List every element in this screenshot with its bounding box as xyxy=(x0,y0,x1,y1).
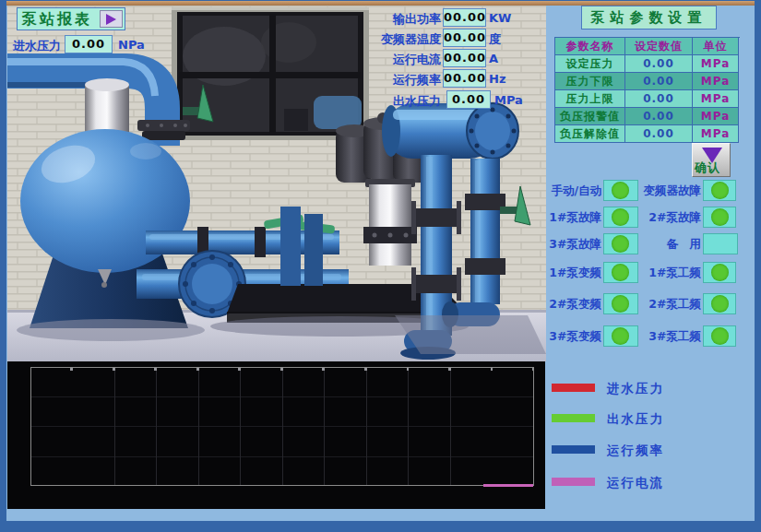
confirm-button[interactable]: 确认 xyxy=(692,143,731,177)
indicator-label: 1#泵故障 xyxy=(541,207,601,228)
indicator-label: 2#泵工频 xyxy=(635,293,701,314)
indicator-led-box xyxy=(603,293,638,314)
indicator-label: 3#泵变频 xyxy=(541,325,601,347)
legend-swatch-inlet-pressure xyxy=(552,384,595,392)
param-unit: MPa xyxy=(693,55,739,73)
led-green xyxy=(612,182,629,199)
indicator-led-box xyxy=(703,180,736,201)
report-nav-button[interactable] xyxy=(100,10,123,28)
led-green xyxy=(711,208,729,226)
param-unit: MPa xyxy=(693,90,739,108)
legend-swatch-outlet-pressure xyxy=(552,414,595,422)
settings-row: 负压报警值 0.00 MPa xyxy=(555,108,740,125)
settings-row: 设定压力 0.00 MPa xyxy=(555,55,740,73)
settings-row: 压力下限 0.00 MPa xyxy=(555,73,740,90)
readout-label: 变频器温度 xyxy=(351,31,441,48)
indicator-led-box xyxy=(603,207,638,228)
led-green xyxy=(711,327,729,345)
param-name: 负压报警值 xyxy=(555,108,625,125)
indicator-label: 2#泵变频 xyxy=(541,293,601,314)
param-value[interactable]: 0.00 xyxy=(625,90,693,108)
indicator-label: 1#泵工频 xyxy=(635,262,701,283)
param-name: 负压解除值 xyxy=(555,125,625,143)
indicator-led-box xyxy=(703,325,736,347)
indicator-led-box xyxy=(703,207,736,228)
param-value[interactable]: 0.00 xyxy=(625,108,693,125)
settings-table: 参数名称 设定数值 单位 设定压力 0.00 MPa 压力下限 0.00 MPa… xyxy=(554,37,740,143)
indicator-label: 2#泵故障 xyxy=(635,207,701,228)
outlet-pressure-value: 0.00 xyxy=(446,90,491,109)
top-bevel-strip xyxy=(6,1,755,6)
readout-value: 00.00 xyxy=(443,49,486,67)
param-value[interactable]: 0.00 xyxy=(625,73,693,90)
readout-unit: Hz xyxy=(489,72,505,86)
settings-table-header-row: 参数名称 设定数值 单位 xyxy=(555,38,740,55)
param-unit: MPa xyxy=(693,73,739,90)
outlet-pressure-label: 出水压力 xyxy=(351,93,441,110)
param-name: 设定压力 xyxy=(555,55,625,73)
play-arrow-icon xyxy=(106,14,116,25)
indicator-label: 手动/自动 xyxy=(541,180,601,201)
col-header: 单位 xyxy=(693,38,739,55)
inlet-pressure-unit: NPa xyxy=(118,38,145,52)
legend-swatch-running-frequency xyxy=(552,445,595,454)
indicator-led-box xyxy=(603,180,638,201)
led-green xyxy=(711,182,729,199)
legend-label: 出水压力 xyxy=(607,411,664,428)
confirm-button-label: 确认 xyxy=(695,160,720,176)
led-green xyxy=(612,295,629,313)
indicator-label: 3#泵故障 xyxy=(541,233,601,254)
param-value[interactable]: 0.00 xyxy=(625,55,693,73)
settings-panel-title: 泵站参数设置 xyxy=(581,6,717,30)
indicator-label: 备 用 xyxy=(635,233,701,254)
window xyxy=(172,7,369,140)
col-header: 设定数值 xyxy=(625,38,693,55)
led-green xyxy=(711,264,729,281)
param-unit: MPa xyxy=(693,108,739,125)
readout-label: 运行电流 xyxy=(351,52,441,68)
trend-chart-plot-area xyxy=(30,367,534,486)
frame-right xyxy=(755,0,761,532)
readout-value: 00.00 xyxy=(443,8,486,27)
indicator-led-box xyxy=(603,262,638,283)
readout-value: 00.00 xyxy=(443,69,486,88)
readout-unit: KW xyxy=(489,11,511,25)
outlet-pressure-unit: MPa xyxy=(494,93,523,107)
indicator-label: 1#泵变频 xyxy=(541,262,601,283)
indicator-label: 3#泵工频 xyxy=(635,325,701,347)
led-green xyxy=(612,264,629,281)
led-green xyxy=(612,208,629,226)
indicator-led-box xyxy=(703,262,736,283)
param-value[interactable]: 0.00 xyxy=(625,125,693,143)
readout-value: 00.00 xyxy=(443,29,486,47)
legend-label: 运行频率 xyxy=(607,443,664,459)
hmi-screen: 泵站报表 进水压力 0.00 NPa 输出功率 00.00 KW 变频器温度 0… xyxy=(0,0,761,532)
legend-label: 运行电流 xyxy=(607,475,664,491)
param-name: 压力上限 xyxy=(555,90,625,108)
col-header: 参数名称 xyxy=(555,38,625,55)
param-name: 压力下限 xyxy=(555,73,625,90)
led-green xyxy=(711,295,729,313)
param-unit: MPa xyxy=(693,125,739,143)
trend-chart xyxy=(7,361,545,509)
indicator-label: 变频器故障 xyxy=(635,180,701,201)
inlet-pressure-value: 0.00 xyxy=(65,35,113,53)
frame-left xyxy=(0,0,6,532)
readout-unit: 度 xyxy=(489,31,501,48)
discharge-header xyxy=(382,103,518,159)
led-green xyxy=(612,235,629,253)
legend-swatch-running-current xyxy=(552,478,595,486)
readout-label: 输出功率 xyxy=(351,11,441,28)
led-green xyxy=(612,327,629,345)
readout-unit: A xyxy=(489,52,498,65)
indicator-led-box xyxy=(603,233,638,254)
report-button[interactable]: 泵站报表 xyxy=(17,7,125,30)
frame-bottom xyxy=(0,521,761,532)
indicator-led-box xyxy=(703,293,736,314)
readout-label: 运行频率 xyxy=(351,72,441,89)
settings-row: 负压解除值 0.00 MPa xyxy=(555,125,740,143)
indicator-led-box xyxy=(603,325,638,347)
inlet-pressure-label: 进水压力 xyxy=(13,38,61,54)
legend-label: 进水压力 xyxy=(607,381,664,397)
settings-row: 压力上限 0.00 MPa xyxy=(555,90,740,108)
